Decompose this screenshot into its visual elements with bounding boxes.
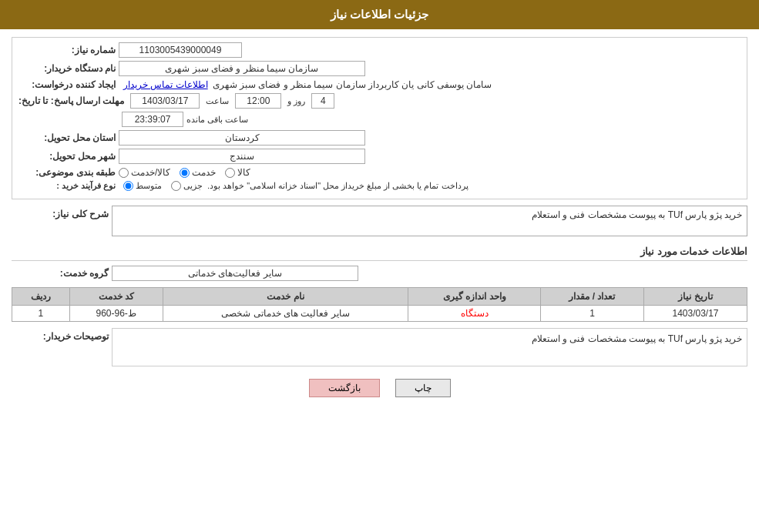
tabaqe-options: کالا/خدمت خدمت کالا	[119, 167, 250, 178]
cell-nam: سایر فعالیت های خدماتی شخصی	[163, 306, 408, 322]
ostan-row: استان محل تحویل: کردستان	[18, 130, 741, 146]
tabaqe-kala-label: کالا	[237, 167, 250, 178]
tabaqe-khidmat-label: خدمت	[192, 167, 216, 178]
shomareNiaz-label: شماره نیاز:	[18, 45, 119, 55]
sharh-label: شرح کلی نیاز:	[12, 206, 112, 219]
remaining-time: 23:39:07	[122, 112, 183, 127]
shahr-value: سنندج	[119, 149, 365, 164]
remaining-label: ساعت باقی مانده	[186, 115, 248, 125]
buyer-desc-value: خرید پژو پارس TUf به پیوست مشخصات فنی و …	[117, 333, 742, 344]
tabaqe-kala-khidmat-label: کالا/خدمت	[131, 167, 170, 178]
tabaqe-kala-radio[interactable]	[225, 168, 235, 178]
mohlat-date: 1403/03/17	[130, 93, 200, 109]
noefarayand-row: نوع فرآیند خرید : متوسط جزیی پرداخت تمام…	[18, 181, 741, 191]
ostan-label: استان محل تحویل:	[18, 132, 119, 143]
col-kod: کد خدمت	[69, 288, 163, 306]
col-tedad: تعداد / مقدار	[541, 288, 644, 306]
cell-tedad: 1	[541, 306, 644, 322]
tabaqe-kala: کالا	[225, 167, 250, 178]
print-button[interactable]: چاپ	[395, 379, 451, 397]
noefarayand-motevaset-label: متوسط	[136, 181, 162, 191]
services-table: تاریخ نیاز تعداد / مقدار واحد اندازه گیر…	[12, 287, 747, 322]
ijadKonande-link[interactable]: اطلاعات تماس خریدار	[123, 79, 208, 90]
buyer-desc-box: خرید پژو پارس TUf به پیوست مشخصات فنی و …	[112, 328, 747, 366]
noefarayand-note: پرداخت تمام یا بخشی از مبلغ خریداز محل "…	[207, 181, 468, 191]
tabaqe-kala-khidmat-radio[interactable]	[119, 168, 129, 178]
shomareNiaz-value: 1103005439000049	[119, 42, 242, 58]
table-header-row: تاریخ نیاز تعداد / مقدار واحد اندازه گیر…	[12, 288, 747, 306]
sharh-section: شرح کلی نیاز: خرید پژو پارس TUf به پیوست…	[12, 206, 747, 236]
time-label: ساعت	[206, 96, 229, 106]
noefarayand-options: متوسط جزیی	[123, 181, 203, 191]
cell-kod: ط-96-960	[69, 306, 163, 322]
tabaqe-label: طبقه بندی موضوعی:	[18, 167, 119, 178]
noefarayand-motevaset-radio[interactable]	[123, 181, 133, 191]
tabaqe-kala-khidmat: کالا/خدمت	[119, 167, 170, 178]
cell-radif: 1	[12, 306, 70, 322]
shahr-row: شهر محل تحویل: سنندج	[18, 149, 741, 164]
mohlat-label: مهلت ارسال پاسخ: تا تاریخ:	[18, 95, 127, 106]
shomareNiaz-row: شماره نیاز: 1103005439000049	[18, 42, 741, 58]
group-value: سایر فعالیت‌های خدماتی	[112, 266, 358, 281]
ijadKonande-value: سامان یوسفی کانی یان کاربرداز سازمان سیم…	[213, 79, 492, 90]
col-tarikh: تاریخ نیاز	[643, 288, 747, 306]
sharh-value: خرید پژو پارس TUf به پیوست مشخصات فنی و …	[112, 206, 747, 236]
mohlat-days: 4	[311, 93, 334, 109]
namDastgah-row: نام دستگاه خریدار: سازمان سیما منظر و فض…	[18, 61, 741, 76]
mohlat-time: 12:00	[235, 93, 281, 109]
noefarayand-label: نوع فرآیند خرید :	[18, 181, 119, 191]
col-nam: نام خدمت	[163, 288, 408, 306]
namDastgah-label: نام دستگاه خریدار:	[18, 63, 119, 74]
page-header: جزئیات اطلاعات نیاز	[0, 0, 759, 29]
cell-tarikh: 1403/03/17	[643, 306, 747, 322]
day-label: روز و	[287, 96, 305, 106]
noefarayand-motevaset: متوسط	[123, 181, 162, 191]
noefarayand-jozi: جزیی	[171, 181, 203, 191]
buttons-row: چاپ بازگشت	[12, 379, 747, 397]
khadamat-title: اطلاعات خدمات مورد نیاز	[12, 243, 747, 261]
buyer-desc-label: توصیحات خریدار:	[12, 328, 112, 342]
ostan-value: کردستان	[119, 130, 365, 146]
namDastgah-value: سازمان سیما منظر و فضای سبز شهری	[119, 61, 365, 76]
noefarayand-jozi-label: جزیی	[183, 181, 203, 191]
group-label: گروه خدمت:	[12, 268, 112, 279]
mohlat-row: مهلت ارسال پاسخ: تا تاریخ: 1403/03/17 سا…	[18, 93, 741, 109]
page-title: جزئیات اطلاعات نیاز	[331, 8, 428, 21]
tabaqe-khidmat-radio[interactable]	[180, 168, 190, 178]
tabaqe-khidmat: خدمت	[180, 167, 216, 178]
noefarayand-jozi-radio[interactable]	[171, 181, 181, 191]
col-vahed: واحد اندازه گیری	[408, 288, 541, 306]
info-section: شماره نیاز: 1103005439000049 نام دستگاه …	[12, 37, 747, 199]
buyer-desc-section: توصیحات خریدار: خرید پژو پارس TUf به پیو…	[12, 328, 747, 371]
tabaqe-row: طبقه بندی موضوعی: کالا/خدمت خدمت کالا	[18, 167, 741, 178]
remaining-row: 23:39:07 ساعت باقی مانده	[18, 112, 741, 127]
group-row: گروه خدمت: سایر فعالیت‌های خدماتی	[12, 266, 747, 281]
ijadKonande-row: ایجاد کننده درخواست: اطلاعات تماس خریدار…	[18, 79, 741, 90]
cell-vahed: دستگاه	[408, 306, 541, 322]
col-radif: ردیف	[12, 288, 70, 306]
ijadKonande-label: ایجاد کننده درخواست:	[18, 79, 119, 90]
shahr-label: شهر محل تحویل:	[18, 151, 119, 162]
table-row: 1403/03/17 1 دستگاه سایر فعالیت های خدما…	[12, 306, 747, 322]
back-button[interactable]: بازگشت	[309, 379, 380, 397]
